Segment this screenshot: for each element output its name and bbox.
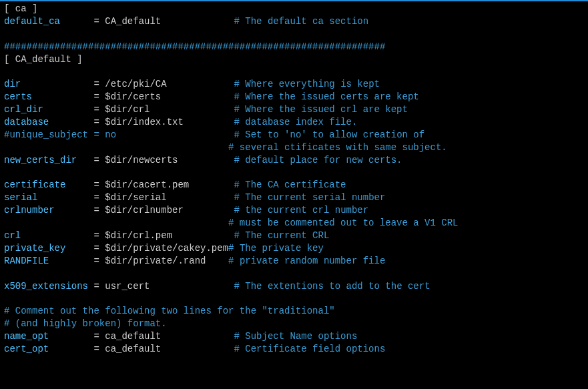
config-line: x509_extensions = usr_cert # The extenti… <box>4 280 584 293</box>
config-value: $dir/index.txt <box>105 117 184 127</box>
section-header: [ ca ] <box>4 3 37 14</box>
config-line: ########################################… <box>4 41 584 53</box>
config-value: $dir/certs <box>105 91 161 102</box>
config-key: certs <box>4 91 32 102</box>
comment: # Subject Name options <box>234 331 357 342</box>
config-line: #unique_subject = no # Set to 'no' to al… <box>4 129 584 141</box>
config-key: RANDFILE <box>4 256 49 266</box>
comment-line: # (and highly broken) format. <box>4 318 167 329</box>
config-key: default_ca <box>4 16 60 27</box>
comment: # private random number file <box>228 256 385 266</box>
config-line: RANDFILE = $dir/private/.rand # private … <box>4 255 584 268</box>
comment: # The extentions to add to the cert <box>234 281 430 292</box>
config-value: $dir/crlnumber <box>105 205 184 216</box>
config-line: cert_opt = ca_default # Certificate fiel… <box>4 343 584 356</box>
config-line: [ CA_default ] <box>4 53 584 66</box>
config-line: [ ca ] <box>4 3 584 15</box>
config-key: crlnumber <box>4 205 55 216</box>
config-key: cert_opt <box>4 344 49 354</box>
config-line: crlnumber = $dir/crlnumber # the current… <box>4 204 584 217</box>
config-line: dir = /etc/pki/CA # Where everything is … <box>4 78 584 91</box>
config-key: x509_extensions <box>4 281 88 292</box>
config-line <box>4 65 584 78</box>
commented-value: no <box>105 129 116 140</box>
config-line: new_certs_dir = $dir/newcerts # default … <box>4 154 584 167</box>
config-value: ca_default <box>105 331 161 342</box>
config-line: private_key = $dir/private/cakey.pem# Th… <box>4 242 584 255</box>
config-key: crl <box>4 230 21 241</box>
config-value: $dir/serial <box>105 192 166 203</box>
config-value: $dir/crl.pem <box>105 230 172 241</box>
comment: # Where the issued certs are kept <box>234 91 418 102</box>
comment: # the current crl number <box>234 205 369 216</box>
config-value: $dir/private/.rand <box>105 256 206 266</box>
config-line: crl = $dir/crl.pem # The current CRL <box>4 230 584 242</box>
config-line <box>4 268 584 280</box>
config-key: new_certs_dir <box>4 155 77 165</box>
config-line <box>4 292 584 305</box>
config-key: name_opt <box>4 331 49 342</box>
config-value: $dir/cacert.pem <box>105 179 189 190</box>
config-value: ca_default <box>105 344 161 354</box>
comment: # Where the issued crl are kept <box>234 104 407 115</box>
comment: # several ctificates with same subject. <box>228 142 447 153</box>
comment: # The current CRL <box>234 230 330 241</box>
config-value: /etc/pki/CA <box>105 79 166 89</box>
config-line: # (and highly broken) format. <box>4 318 584 330</box>
comment: # Certificate field options <box>234 344 385 354</box>
comment-line: ########################################… <box>4 41 385 52</box>
config-line: crl_dir = $dir/crl # Where the issued cr… <box>4 103 584 116</box>
config-line <box>4 167 584 179</box>
config-key: crl_dir <box>4 104 43 115</box>
config-line <box>4 28 584 41</box>
comment: # must be commented out to leave a V1 CR… <box>228 218 458 228</box>
config-value: CA_default <box>105 16 161 27</box>
config-value: usr_cert <box>105 281 150 292</box>
config-key: certificate <box>4 179 65 190</box>
comment: # The current serial number <box>234 192 386 203</box>
config-key: database <box>4 117 49 127</box>
config-line: # several ctificates with same subject. <box>4 141 584 154</box>
config-key: private_key <box>4 243 65 254</box>
config-editor-view[interactable]: [ ca ]default_ca = CA_default # The defa… <box>0 1 588 360</box>
section-header: [ CA_default ] <box>4 54 83 65</box>
config-line: # Comment out the following two lines fo… <box>4 305 584 318</box>
comment-line: # Comment out the following two lines fo… <box>4 306 335 316</box>
config-value: $dir/private/cakey.pem <box>105 243 228 254</box>
config-value: $dir/newcerts <box>105 155 178 165</box>
commented-key: #unique_subject <box>4 129 88 140</box>
comment: # Set to 'no' to allow creation of <box>234 129 425 140</box>
config-value: $dir/crl <box>105 104 150 115</box>
config-line: database = $dir/index.txt # database ind… <box>4 116 584 129</box>
comment: # database index file. <box>234 117 357 127</box>
config-line: serial = $dir/serial # The current seria… <box>4 191 584 204</box>
config-line: name_opt = ca_default # Subject Name opt… <box>4 330 584 343</box>
config-line: certificate = $dir/cacert.pem # The CA c… <box>4 179 584 191</box>
comment: # The default ca section <box>234 16 368 27</box>
config-key: dir <box>4 79 21 89</box>
comment: # default place for new certs. <box>234 155 402 165</box>
comment: # The CA certificate <box>234 179 346 190</box>
config-line: # must be commented out to leave a V1 CR… <box>4 217 584 230</box>
config-key: serial <box>4 192 37 203</box>
config-line: default_ca = CA_default # The default ca… <box>4 15 584 28</box>
comment: # Where everything is kept <box>234 79 380 89</box>
comment: # The private key <box>228 243 324 254</box>
config-line: certs = $dir/certs # Where the issued ce… <box>4 91 584 103</box>
